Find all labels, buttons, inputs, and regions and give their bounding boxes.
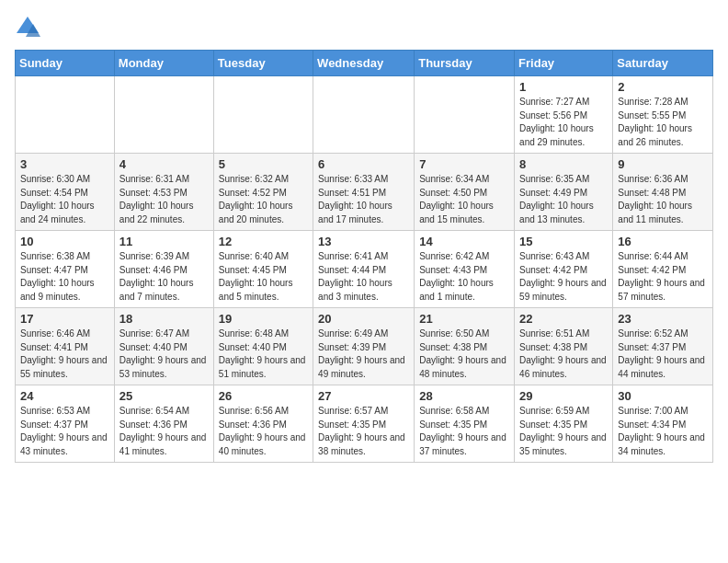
day-info: Sunrise: 6:35 AM Sunset: 4:49 PM Dayligh…	[519, 173, 608, 226]
day-info: Sunrise: 6:40 AM Sunset: 4:45 PM Dayligh…	[219, 250, 308, 304]
calendar-cell: 16Sunrise: 6:44 AM Sunset: 4:42 PM Dayli…	[613, 231, 713, 308]
calendar-cell: 19Sunrise: 6:48 AM Sunset: 4:40 PM Dayli…	[213, 308, 313, 385]
calendar-cell: 15Sunrise: 6:43 AM Sunset: 4:42 PM Dayli…	[515, 231, 613, 308]
day-info: Sunrise: 6:54 AM Sunset: 4:36 PM Dayligh…	[119, 405, 209, 458]
day-info: Sunrise: 6:36 AM Sunset: 4:48 PM Dayligh…	[618, 173, 708, 226]
day-info: Sunrise: 6:51 AM Sunset: 4:38 PM Dayligh…	[519, 327, 608, 381]
day-info: Sunrise: 6:34 AM Sunset: 4:50 PM Dayligh…	[419, 173, 509, 226]
calendar-cell: 14Sunrise: 6:42 AM Sunset: 4:43 PM Dayli…	[415, 231, 515, 308]
day-info: Sunrise: 6:58 AM Sunset: 4:35 PM Dayligh…	[419, 405, 509, 458]
day-number: 12	[219, 235, 308, 248]
calendar-cell: 25Sunrise: 6:54 AM Sunset: 4:36 PM Dayli…	[114, 385, 213, 463]
header	[15, 15, 713, 40]
calendar-week-5: 24Sunrise: 6:53 AM Sunset: 4:37 PM Dayli…	[16, 385, 713, 463]
day-info: Sunrise: 6:47 AM Sunset: 4:40 PM Dayligh…	[119, 327, 209, 381]
day-info: Sunrise: 6:48 AM Sunset: 4:40 PM Dayligh…	[219, 327, 308, 381]
calendar-cell: 20Sunrise: 6:49 AM Sunset: 4:39 PM Dayli…	[313, 308, 415, 385]
calendar-cell: 13Sunrise: 6:41 AM Sunset: 4:44 PM Dayli…	[313, 231, 415, 308]
logo-icon	[15, 15, 40, 40]
calendar-cell: 5Sunrise: 6:32 AM Sunset: 4:52 PM Daylig…	[213, 154, 313, 231]
day-info: Sunrise: 6:52 AM Sunset: 4:37 PM Dayligh…	[618, 327, 708, 381]
calendar-cell: 1Sunrise: 7:27 AM Sunset: 5:56 PM Daylig…	[515, 76, 613, 154]
calendar-cell	[213, 76, 313, 154]
day-number: 22	[519, 312, 608, 326]
calendar-cell: 23Sunrise: 6:52 AM Sunset: 4:37 PM Dayli…	[613, 308, 713, 385]
calendar-cell: 12Sunrise: 6:40 AM Sunset: 4:45 PM Dayli…	[213, 231, 313, 308]
day-info: Sunrise: 6:50 AM Sunset: 4:38 PM Dayligh…	[419, 327, 509, 381]
day-number: 16	[618, 235, 708, 248]
calendar-cell	[313, 76, 415, 154]
calendar-cell: 2Sunrise: 7:28 AM Sunset: 5:55 PM Daylig…	[613, 76, 713, 154]
calendar-cell: 4Sunrise: 6:31 AM Sunset: 4:53 PM Daylig…	[114, 154, 213, 231]
day-number: 2	[618, 80, 708, 94]
day-info: Sunrise: 6:43 AM Sunset: 4:42 PM Dayligh…	[519, 250, 608, 304]
calendar-header-saturday: Saturday	[613, 51, 713, 76]
calendar-cell: 3Sunrise: 6:30 AM Sunset: 4:54 PM Daylig…	[16, 154, 115, 231]
day-info: Sunrise: 6:57 AM Sunset: 4:35 PM Dayligh…	[318, 405, 409, 458]
day-info: Sunrise: 6:41 AM Sunset: 4:44 PM Dayligh…	[318, 250, 409, 304]
day-number: 23	[618, 312, 708, 326]
calendar-cell: 29Sunrise: 6:59 AM Sunset: 4:35 PM Dayli…	[515, 385, 613, 463]
day-info: Sunrise: 6:39 AM Sunset: 4:46 PM Dayligh…	[119, 250, 209, 304]
calendar-cell: 28Sunrise: 6:58 AM Sunset: 4:35 PM Dayli…	[415, 385, 515, 463]
day-number: 17	[20, 312, 109, 326]
calendar-header-friday: Friday	[515, 51, 613, 76]
day-info: Sunrise: 7:00 AM Sunset: 4:34 PM Dayligh…	[618, 405, 708, 458]
day-number: 26	[219, 389, 308, 403]
day-number: 13	[318, 235, 409, 248]
logo	[15, 15, 44, 40]
calendar-cell: 11Sunrise: 6:39 AM Sunset: 4:46 PM Dayli…	[114, 231, 213, 308]
day-number: 25	[119, 389, 209, 403]
calendar-header-wednesday: Wednesday	[313, 51, 415, 76]
calendar-cell: 17Sunrise: 6:46 AM Sunset: 4:41 PM Dayli…	[16, 308, 115, 385]
day-info: Sunrise: 6:56 AM Sunset: 4:36 PM Dayligh…	[219, 405, 308, 458]
day-number: 28	[419, 389, 509, 403]
day-number: 20	[318, 312, 409, 326]
day-info: Sunrise: 7:27 AM Sunset: 5:56 PM Dayligh…	[519, 96, 608, 149]
day-info: Sunrise: 6:38 AM Sunset: 4:47 PM Dayligh…	[20, 250, 109, 304]
calendar-header-tuesday: Tuesday	[213, 51, 313, 76]
calendar-cell: 7Sunrise: 6:34 AM Sunset: 4:50 PM Daylig…	[415, 154, 515, 231]
calendar-table: SundayMondayTuesdayWednesdayThursdayFrid…	[15, 50, 713, 463]
day-number: 29	[519, 389, 608, 403]
day-number: 4	[119, 157, 209, 171]
page: SundayMondayTuesdayWednesdayThursdayFrid…	[0, 0, 728, 472]
day-info: Sunrise: 6:59 AM Sunset: 4:35 PM Dayligh…	[519, 405, 608, 458]
day-number: 27	[318, 389, 409, 403]
day-number: 24	[20, 389, 109, 403]
calendar-week-2: 3Sunrise: 6:30 AM Sunset: 4:54 PM Daylig…	[16, 154, 713, 231]
calendar-week-3: 10Sunrise: 6:38 AM Sunset: 4:47 PM Dayli…	[16, 231, 713, 308]
day-info: Sunrise: 6:46 AM Sunset: 4:41 PM Dayligh…	[20, 327, 109, 381]
calendar-header-monday: Monday	[114, 51, 213, 76]
day-number: 8	[519, 157, 608, 171]
day-number: 3	[20, 157, 109, 171]
calendar-cell	[114, 76, 213, 154]
calendar-cell: 21Sunrise: 6:50 AM Sunset: 4:38 PM Dayli…	[415, 308, 515, 385]
calendar-week-4: 17Sunrise: 6:46 AM Sunset: 4:41 PM Dayli…	[16, 308, 713, 385]
calendar-cell: 18Sunrise: 6:47 AM Sunset: 4:40 PM Dayli…	[114, 308, 213, 385]
day-info: Sunrise: 6:31 AM Sunset: 4:53 PM Dayligh…	[119, 173, 209, 226]
calendar-cell: 10Sunrise: 6:38 AM Sunset: 4:47 PM Dayli…	[16, 231, 115, 308]
calendar-cell: 30Sunrise: 7:00 AM Sunset: 4:34 PM Dayli…	[613, 385, 713, 463]
day-number: 18	[119, 312, 209, 326]
calendar-cell	[415, 76, 515, 154]
calendar-cell: 6Sunrise: 6:33 AM Sunset: 4:51 PM Daylig…	[313, 154, 415, 231]
calendar-cell: 27Sunrise: 6:57 AM Sunset: 4:35 PM Dayli…	[313, 385, 415, 463]
day-number: 15	[519, 235, 608, 248]
calendar-cell: 26Sunrise: 6:56 AM Sunset: 4:36 PM Dayli…	[213, 385, 313, 463]
day-number: 30	[618, 389, 708, 403]
calendar-cell: 22Sunrise: 6:51 AM Sunset: 4:38 PM Dayli…	[515, 308, 613, 385]
day-number: 7	[419, 157, 509, 171]
calendar-header-thursday: Thursday	[415, 51, 515, 76]
day-number: 14	[419, 235, 509, 248]
day-number: 9	[618, 157, 708, 171]
day-number: 11	[119, 235, 209, 248]
calendar-cell: 9Sunrise: 6:36 AM Sunset: 4:48 PM Daylig…	[613, 154, 713, 231]
day-info: Sunrise: 6:44 AM Sunset: 4:42 PM Dayligh…	[618, 250, 708, 304]
day-number: 5	[219, 157, 308, 171]
day-info: Sunrise: 6:49 AM Sunset: 4:39 PM Dayligh…	[318, 327, 409, 381]
day-number: 21	[419, 312, 509, 326]
day-number: 19	[219, 312, 308, 326]
calendar-week-1: 1Sunrise: 7:27 AM Sunset: 5:56 PM Daylig…	[16, 76, 713, 154]
calendar-header-row: SundayMondayTuesdayWednesdayThursdayFrid…	[16, 51, 713, 76]
